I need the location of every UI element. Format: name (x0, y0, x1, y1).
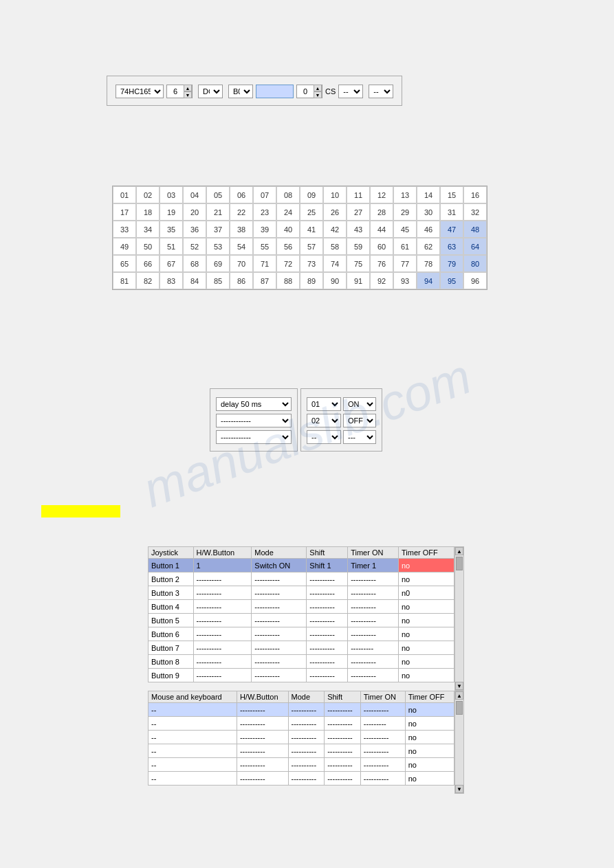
shift-state3-select[interactable]: ---ONOFF (343, 430, 376, 444)
table-row[interactable]: Button 4--------------------------------… (149, 600, 454, 614)
grid-cell-83[interactable]: 83 (160, 272, 183, 289)
grid-cell-66[interactable]: 66 (136, 255, 160, 272)
grid-cell-32[interactable]: 32 (463, 203, 487, 221)
grid-cell-19[interactable]: 19 (160, 203, 183, 221)
dc-select[interactable]: DC AC (198, 85, 223, 98)
grid-cell-96[interactable]: 96 (463, 272, 487, 289)
grid-cell-01[interactable]: 01 (113, 186, 136, 203)
table-row[interactable]: Button 5--------------------------------… (149, 614, 454, 627)
grid-cell-86[interactable]: 86 (230, 272, 253, 289)
grid-cell-46[interactable]: 46 (417, 221, 440, 238)
grid-cell-93[interactable]: 93 (393, 272, 417, 289)
grid-cell-17[interactable]: 17 (113, 203, 136, 221)
joystick-scroll-down[interactable]: ▼ (455, 682, 463, 690)
grid-cell-07[interactable]: 07 (253, 186, 276, 203)
keyboard-scroll-thumb[interactable] (456, 701, 463, 715)
grid-cell-69[interactable]: 69 (206, 255, 230, 272)
grid-cell-05[interactable]: 05 (206, 186, 230, 203)
grid-cell-28[interactable]: 28 (370, 203, 393, 221)
grid-cell-43[interactable]: 43 (347, 221, 370, 238)
grid-cell-94[interactable]: 94 (417, 272, 440, 289)
grid-cell-36[interactable]: 36 (183, 221, 206, 238)
timer-delay-select[interactable]: delay 50 ms delay 100 ms delay 200 ms (216, 397, 292, 411)
grid-cell-88[interactable]: 88 (276, 272, 300, 289)
table-row[interactable]: ----------------------------------------… (149, 717, 454, 731)
grid-cell-64[interactable]: 64 (463, 238, 487, 255)
shift-ch2-select[interactable]: 0201-- (307, 414, 341, 427)
grid-cell-80[interactable]: 80 (463, 255, 487, 272)
grid-cell-45[interactable]: 45 (393, 221, 417, 238)
grid-cell-27[interactable]: 27 (347, 203, 370, 221)
grid-cell-39[interactable]: 39 (253, 221, 276, 238)
shift-ch3-select[interactable]: --0102 (307, 430, 341, 444)
grid-cell-35[interactable]: 35 (160, 221, 183, 238)
grid-cell-42[interactable]: 42 (323, 221, 347, 238)
grid-cell-78[interactable]: 78 (417, 255, 440, 272)
keyboard-scroll-down[interactable]: ▼ (455, 785, 463, 793)
grid-cell-65[interactable]: 65 (113, 255, 136, 272)
grid-cell-49[interactable]: 49 (113, 238, 136, 255)
grid-cell-16[interactable]: 16 (463, 186, 487, 203)
grid-cell-74[interactable]: 74 (323, 255, 347, 272)
grid-cell-24[interactable]: 24 (276, 203, 300, 221)
table-row[interactable]: Button 6--------------------------------… (149, 627, 454, 641)
table-row[interactable]: Button 7--------------------------------… (149, 641, 454, 655)
grid-cell-25[interactable]: 25 (300, 203, 323, 221)
grid-cell-37[interactable]: 37 (206, 221, 230, 238)
grid-cell-02[interactable]: 02 (136, 186, 160, 203)
grid-cell-51[interactable]: 51 (160, 238, 183, 255)
grid-cell-84[interactable]: 84 (183, 272, 206, 289)
grid-cell-89[interactable]: 89 (300, 272, 323, 289)
grid-cell-70[interactable]: 70 (230, 255, 253, 272)
table-row[interactable]: Button 11Switch ONShift 1Timer 1no (149, 559, 454, 572)
joystick-scroll-thumb[interactable] (456, 557, 463, 570)
grid-cell-90[interactable]: 90 (323, 272, 347, 289)
miso2-select[interactable]: -- B0 B1 (369, 85, 393, 98)
grid-cell-92[interactable]: 92 (370, 272, 393, 289)
grid-cell-23[interactable]: 23 (253, 203, 276, 221)
second-spinner[interactable]: ▲ ▼ (296, 85, 322, 98)
grid-cell-13[interactable]: 13 (393, 186, 417, 203)
grid-cell-87[interactable]: 87 (253, 272, 276, 289)
grid-cell-18[interactable]: 18 (136, 203, 160, 221)
grid-cell-68[interactable]: 68 (183, 255, 206, 272)
grid-cell-06[interactable]: 06 (230, 186, 253, 203)
table-row[interactable]: ----------------------------------------… (149, 758, 454, 772)
grid-cell-04[interactable]: 04 (183, 186, 206, 203)
grid-cell-85[interactable]: 85 (206, 272, 230, 289)
grid-cell-12[interactable]: 12 (370, 186, 393, 203)
grid-cell-52[interactable]: 52 (183, 238, 206, 255)
grid-cell-95[interactable]: 95 (440, 272, 463, 289)
second-down-button[interactable]: ▼ (314, 91, 322, 98)
grid-cell-62[interactable]: 62 (417, 238, 440, 255)
grid-cell-71[interactable]: 71 (253, 255, 276, 272)
shift-register-type-select[interactable]: 74HC165 74HC595 74HC164 (116, 85, 164, 98)
grid-cell-11[interactable]: 11 (347, 186, 370, 203)
grid-cell-03[interactable]: 03 (160, 186, 183, 203)
grid-cell-38[interactable]: 38 (230, 221, 253, 238)
count-up-button[interactable]: ▲ (184, 85, 192, 91)
table-row[interactable]: ----------------------------------------… (149, 772, 454, 786)
grid-cell-53[interactable]: 53 (206, 238, 230, 255)
shift-state2-select[interactable]: OFFON--- (343, 414, 376, 427)
grid-cell-48[interactable]: 48 (463, 221, 487, 238)
grid-cell-09[interactable]: 09 (300, 186, 323, 203)
table-row[interactable]: Button 2--------------------------------… (149, 572, 454, 586)
table-row[interactable]: ----------------------------------------… (149, 731, 454, 744)
grid-cell-41[interactable]: 41 (300, 221, 323, 238)
grid-cell-79[interactable]: 79 (440, 255, 463, 272)
grid-cell-47[interactable]: 47 (440, 221, 463, 238)
grid-cell-75[interactable]: 75 (347, 255, 370, 272)
grid-cell-72[interactable]: 72 (276, 255, 300, 272)
blue-input[interactable] (256, 85, 294, 98)
grid-cell-29[interactable]: 29 (393, 203, 417, 221)
grid-cell-22[interactable]: 22 (230, 203, 253, 221)
b0-select[interactable]: B0 B1 B2 B3 (228, 85, 253, 98)
grid-cell-21[interactable]: 21 (206, 203, 230, 221)
keyboard-scroll-up[interactable]: ▲ (455, 691, 463, 700)
grid-cell-55[interactable]: 55 (253, 238, 276, 255)
grid-cell-08[interactable]: 08 (276, 186, 300, 203)
grid-cell-31[interactable]: 31 (440, 203, 463, 221)
table-row[interactable]: Button 9--------------------------------… (149, 669, 454, 682)
grid-cell-57[interactable]: 57 (300, 238, 323, 255)
